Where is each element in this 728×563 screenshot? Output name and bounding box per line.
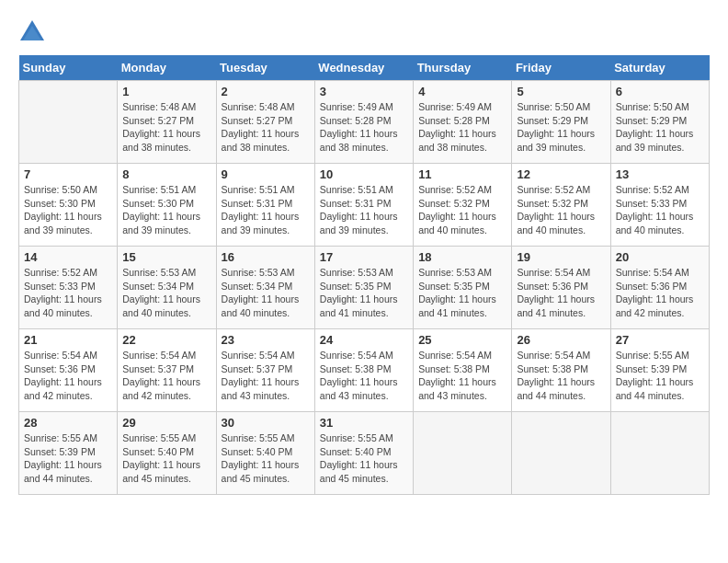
- calendar-cell: 27 Sunrise: 5:55 AMSunset: 5:39 PMDaylig…: [610, 329, 709, 412]
- calendar-cell: 29 Sunrise: 5:55 AMSunset: 5:40 PMDaylig…: [118, 412, 216, 495]
- calendar-cell: 2 Sunrise: 5:48 AMSunset: 5:27 PMDayligh…: [216, 81, 314, 164]
- day-number: 18: [418, 250, 506, 264]
- day-number: 19: [517, 250, 605, 264]
- calendar-week-row: 14 Sunrise: 5:52 AMSunset: 5:33 PMDaylig…: [19, 247, 710, 329]
- calendar-cell: [512, 412, 610, 495]
- day-number: 15: [122, 250, 210, 264]
- day-detail: Sunrise: 5:51 AMSunset: 5:31 PMDaylight:…: [320, 183, 408, 237]
- day-number: 25: [418, 333, 506, 347]
- calendar-cell: 1 Sunrise: 5:48 AMSunset: 5:27 PMDayligh…: [118, 81, 216, 164]
- day-detail: Sunrise: 5:55 AMSunset: 5:40 PMDaylight:…: [222, 431, 310, 486]
- day-number: 17: [320, 250, 408, 264]
- day-number: 20: [616, 250, 704, 264]
- day-detail: Sunrise: 5:52 AMSunset: 5:32 PMDaylight:…: [517, 183, 605, 237]
- day-number: 29: [122, 416, 210, 430]
- calendar-cell: 15 Sunrise: 5:53 AMSunset: 5:34 PMDaylig…: [118, 247, 216, 329]
- day-detail: Sunrise: 5:54 AMSunset: 5:37 PMDaylight:…: [222, 349, 310, 403]
- calendar-cell: [19, 81, 118, 164]
- weekday-header-saturday: Saturday: [610, 55, 709, 81]
- calendar-cell: 12 Sunrise: 5:52 AMSunset: 5:32 PMDaylig…: [512, 164, 610, 247]
- calendar-cell: 18 Sunrise: 5:53 AMSunset: 5:35 PMDaylig…: [414, 247, 512, 329]
- calendar-cell: 31 Sunrise: 5:55 AMSunset: 5:40 PMDaylig…: [314, 412, 413, 495]
- calendar-table: SundayMondayTuesdayWednesdayThursdayFrid…: [18, 55, 710, 495]
- day-detail: Sunrise: 5:51 AMSunset: 5:30 PMDaylight:…: [122, 183, 210, 237]
- day-detail: Sunrise: 5:53 AMSunset: 5:34 PMDaylight:…: [122, 266, 210, 320]
- day-number: 14: [24, 250, 112, 264]
- logo: [18, 18, 50, 46]
- day-number: 31: [320, 416, 408, 430]
- weekday-header-row: SundayMondayTuesdayWednesdayThursdayFrid…: [19, 55, 710, 81]
- day-number: 10: [320, 167, 408, 181]
- calendar-cell: 25 Sunrise: 5:54 AMSunset: 5:38 PMDaylig…: [414, 329, 512, 412]
- calendar-cell: 8 Sunrise: 5:51 AMSunset: 5:30 PMDayligh…: [118, 164, 216, 247]
- calendar-cell: [610, 412, 709, 495]
- calendar-cell: 7 Sunrise: 5:50 AMSunset: 5:30 PMDayligh…: [19, 164, 118, 247]
- weekday-header-monday: Monday: [118, 55, 216, 81]
- calendar-cell: 22 Sunrise: 5:54 AMSunset: 5:37 PMDaylig…: [118, 329, 216, 412]
- day-detail: Sunrise: 5:50 AMSunset: 5:30 PMDaylight:…: [24, 183, 112, 237]
- day-number: 30: [222, 416, 310, 430]
- calendar-cell: 9 Sunrise: 5:51 AMSunset: 5:31 PMDayligh…: [216, 164, 314, 247]
- day-detail: Sunrise: 5:54 AMSunset: 5:36 PMDaylight:…: [24, 349, 112, 403]
- calendar-cell: 19 Sunrise: 5:54 AMSunset: 5:36 PMDaylig…: [512, 247, 610, 329]
- calendar-cell: 20 Sunrise: 5:54 AMSunset: 5:36 PMDaylig…: [610, 247, 709, 329]
- calendar-cell: 5 Sunrise: 5:50 AMSunset: 5:29 PMDayligh…: [512, 81, 610, 164]
- day-number: 12: [517, 167, 605, 181]
- day-number: 6: [616, 85, 704, 98]
- day-detail: Sunrise: 5:54 AMSunset: 5:38 PMDaylight:…: [320, 349, 408, 403]
- day-detail: Sunrise: 5:54 AMSunset: 5:36 PMDaylight:…: [517, 266, 605, 320]
- calendar-cell: 17 Sunrise: 5:53 AMSunset: 5:35 PMDaylig…: [314, 247, 413, 329]
- day-detail: Sunrise: 5:53 AMSunset: 5:34 PMDaylight:…: [222, 266, 310, 320]
- weekday-header-friday: Friday: [512, 55, 610, 81]
- day-number: 13: [616, 167, 704, 181]
- day-detail: Sunrise: 5:54 AMSunset: 5:37 PMDaylight:…: [122, 349, 210, 403]
- day-number: 23: [222, 333, 310, 347]
- day-detail: Sunrise: 5:51 AMSunset: 5:31 PMDaylight:…: [222, 183, 310, 237]
- day-detail: Sunrise: 5:53 AMSunset: 5:35 PMDaylight:…: [320, 266, 408, 320]
- weekday-header-wednesday: Wednesday: [314, 55, 413, 81]
- day-number: 3: [320, 85, 408, 98]
- day-detail: Sunrise: 5:52 AMSunset: 5:32 PMDaylight:…: [418, 183, 506, 237]
- day-detail: Sunrise: 5:48 AMSunset: 5:27 PMDaylight:…: [222, 100, 310, 155]
- calendar-cell: 6 Sunrise: 5:50 AMSunset: 5:29 PMDayligh…: [610, 81, 709, 164]
- day-number: 28: [24, 416, 112, 430]
- weekday-header-tuesday: Tuesday: [216, 55, 314, 81]
- calendar-cell: [414, 412, 512, 495]
- day-detail: Sunrise: 5:55 AMSunset: 5:39 PMDaylight:…: [616, 349, 704, 403]
- calendar-cell: 23 Sunrise: 5:54 AMSunset: 5:37 PMDaylig…: [216, 329, 314, 412]
- day-detail: Sunrise: 5:52 AMSunset: 5:33 PMDaylight:…: [24, 266, 112, 320]
- day-number: 1: [122, 85, 210, 98]
- day-detail: Sunrise: 5:53 AMSunset: 5:35 PMDaylight:…: [418, 266, 506, 320]
- day-number: 26: [517, 333, 605, 347]
- day-number: 16: [222, 250, 310, 264]
- day-number: 7: [24, 167, 112, 181]
- day-number: 5: [517, 85, 605, 98]
- day-detail: Sunrise: 5:50 AMSunset: 5:29 PMDaylight:…: [616, 100, 704, 155]
- day-detail: Sunrise: 5:55 AMSunset: 5:40 PMDaylight:…: [320, 431, 408, 486]
- day-detail: Sunrise: 5:52 AMSunset: 5:33 PMDaylight:…: [616, 183, 704, 237]
- day-detail: Sunrise: 5:49 AMSunset: 5:28 PMDaylight:…: [418, 100, 506, 155]
- calendar-cell: 24 Sunrise: 5:54 AMSunset: 5:38 PMDaylig…: [314, 329, 413, 412]
- day-detail: Sunrise: 5:54 AMSunset: 5:38 PMDaylight:…: [418, 349, 506, 403]
- weekday-header-sunday: Sunday: [19, 55, 118, 81]
- calendar-cell: 26 Sunrise: 5:54 AMSunset: 5:38 PMDaylig…: [512, 329, 610, 412]
- day-number: 4: [418, 85, 506, 98]
- day-number: 2: [222, 85, 310, 98]
- calendar-cell: 30 Sunrise: 5:55 AMSunset: 5:40 PMDaylig…: [216, 412, 314, 495]
- day-number: 22: [122, 333, 210, 347]
- day-number: 21: [24, 333, 112, 347]
- day-detail: Sunrise: 5:55 AMSunset: 5:40 PMDaylight:…: [122, 431, 210, 486]
- calendar-cell: 21 Sunrise: 5:54 AMSunset: 5:36 PMDaylig…: [19, 329, 118, 412]
- day-number: 8: [122, 167, 210, 181]
- day-number: 27: [616, 333, 704, 347]
- page-header: [18, 18, 710, 46]
- calendar-cell: 10 Sunrise: 5:51 AMSunset: 5:31 PMDaylig…: [314, 164, 413, 247]
- day-number: 9: [222, 167, 310, 181]
- day-detail: Sunrise: 5:54 AMSunset: 5:38 PMDaylight:…: [517, 349, 605, 403]
- weekday-header-thursday: Thursday: [414, 55, 512, 81]
- calendar-cell: 13 Sunrise: 5:52 AMSunset: 5:33 PMDaylig…: [610, 164, 709, 247]
- calendar-week-row: 1 Sunrise: 5:48 AMSunset: 5:27 PMDayligh…: [19, 81, 710, 164]
- logo-icon: [18, 18, 46, 46]
- calendar-cell: 16 Sunrise: 5:53 AMSunset: 5:34 PMDaylig…: [216, 247, 314, 329]
- calendar-week-row: 28 Sunrise: 5:55 AMSunset: 5:39 PMDaylig…: [19, 412, 710, 495]
